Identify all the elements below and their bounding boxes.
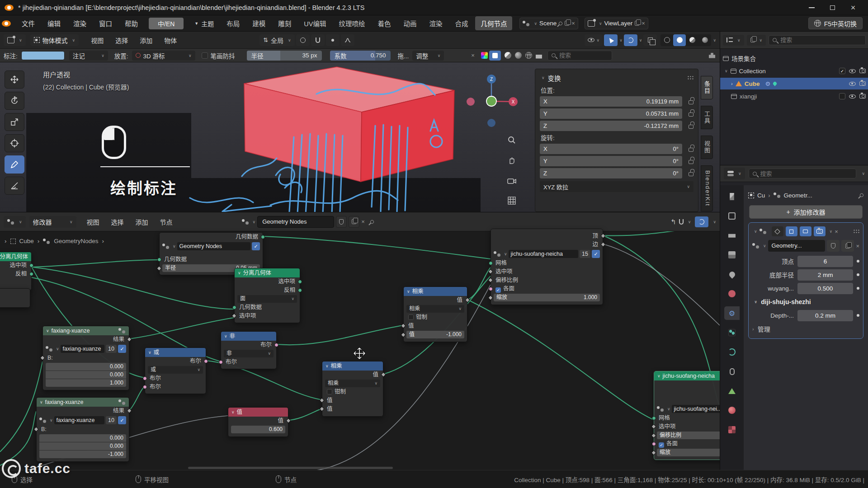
- location-y-field[interactable]: Y0.05731 mm: [540, 108, 682, 119]
- tab-texture[interactable]: [724, 423, 740, 436]
- viewport-search[interactable]: [547, 51, 612, 61]
- breadcrumb-object[interactable]: Cu: [757, 192, 765, 199]
- node-header[interactable]: ∨相乘: [322, 361, 383, 371]
- workspace-tab-uv[interactable]: UV编辑: [298, 16, 331, 30]
- chevron-down-icon[interactable]: ∨: [862, 171, 865, 176]
- chevron-down-icon[interactable]: ∨: [619, 38, 623, 42]
- node-boolean-or[interactable]: ∨或 布尔 或∨ 布尔 布尔: [145, 347, 206, 394]
- viewport-menu-select[interactable]: 选择: [109, 36, 134, 45]
- rotation-mode-dropdown[interactable]: XYZ 欧拉 ∨: [540, 181, 693, 192]
- node-menu-add[interactable]: 添加: [130, 217, 154, 226]
- overlays-toggle[interactable]: [695, 216, 708, 227]
- color-management-icon[interactable]: [481, 52, 488, 59]
- workspace-tab-geometrynodes[interactable]: 几何节点: [475, 16, 512, 30]
- outliner-row-xiangji[interactable]: xiangji: [720, 90, 868, 102]
- extras-dropdown-icon[interactable]: ∨: [830, 229, 833, 234]
- toggle-realtime[interactable]: [800, 226, 811, 236]
- operation-dropdown[interactable]: 相乘∨: [406, 305, 464, 313]
- node-math-multiply-1[interactable]: ∨相乘 值 相乘∨ 钳制 值 值: [322, 361, 383, 417]
- new-viewlayer-icon[interactable]: [635, 21, 639, 26]
- unlink-icon[interactable]: ×: [856, 243, 859, 249]
- tab-tool[interactable]: 工具: [701, 106, 713, 129]
- node-faxiang-xuanze-2[interactable]: ∨faxiang-xuanze 结果 ∨ faxiang-xuanze 10 ✓…: [36, 397, 129, 462]
- breadcrumb-modifier[interactable]: Geometr...: [784, 192, 812, 199]
- copy-tree-button[interactable]: [349, 216, 359, 228]
- tab-viewlayer[interactable]: [724, 248, 740, 262]
- pin-icon[interactable]: [369, 219, 374, 224]
- node-menu-view[interactable]: 视图: [81, 217, 105, 226]
- new-scene-icon[interactable]: [565, 21, 569, 26]
- viewport-3d[interactable]: 用户透视 (22) Collection | Cube (预览器): [0, 62, 720, 212]
- lock-open-icon[interactable]: [689, 113, 693, 117]
- menu-edit[interactable]: 编辑: [41, 15, 67, 31]
- world-icon[interactable]: [525, 52, 532, 59]
- node-group-selector[interactable]: ∨ Geometry... ×: [752, 240, 859, 252]
- drag-handle-icon[interactable]: [687, 75, 693, 80]
- viewport-menu-object[interactable]: 物体: [158, 36, 183, 45]
- vector-y-field[interactable]: 0.000: [46, 371, 126, 379]
- shading-material-button[interactable]: [686, 34, 698, 46]
- value-field[interactable]: 0.600: [231, 426, 285, 433]
- close-button[interactable]: ×: [843, 0, 863, 15]
- socket-in-mesh[interactable]: [652, 416, 656, 420]
- node-jichu-suofang-neicha-1[interactable]: 顶 边 ∨ jichu-suofang-neicha 15 ✓ 网格 选中项 偏…: [491, 229, 603, 305]
- expand-icon[interactable]: ›: [731, 81, 733, 86]
- viewport-menu-add[interactable]: 添加: [134, 36, 158, 45]
- animate-dot-icon[interactable]: [857, 273, 859, 276]
- zoom-button[interactable]: [505, 134, 518, 146]
- show-gizmo-dropdown[interactable]: ∨: [585, 34, 603, 46]
- expand-icon[interactable]: ∨: [725, 69, 728, 73]
- transform-tool-button[interactable]: [5, 134, 24, 152]
- node-math-multiply-2[interactable]: ∨相乘 值 相乘∨ 钳制 值 值-1.000: [403, 286, 467, 342]
- node-cut-left[interactable]: 分离几何体 选中项 反相: [0, 252, 32, 291]
- offset-field[interactable]: 偏移比例: [657, 432, 720, 439]
- lock-open-icon[interactable]: [689, 100, 693, 104]
- vector-x-field[interactable]: 0.000: [39, 434, 126, 442]
- node-value[interactable]: ∨值 值 0.600: [228, 407, 288, 437]
- socket-out[interactable]: [29, 272, 33, 276]
- hide-eye-icon[interactable]: [849, 69, 856, 73]
- workspace-tab-layout[interactable]: 布局: [221, 16, 245, 30]
- tab-physics[interactable]: [724, 345, 740, 359]
- breadcrumb-group[interactable]: GeometryNodes: [54, 238, 98, 244]
- orthographic-button[interactable]: [505, 194, 518, 207]
- lock-open-icon[interactable]: [689, 172, 693, 176]
- node-jichu-suofang-neicha-2[interactable]: ∨jichu-suofang-neicha ∨ jichu-suofang-ne…: [654, 371, 720, 460]
- node-group-selector[interactable]: ∨ Geometry Nodes ✓: [162, 242, 260, 250]
- menu-help[interactable]: 帮助: [118, 15, 144, 31]
- node-group-selector[interactable]: ∨ jichu-suofang-neicha 15 ✓: [494, 250, 600, 258]
- vertices-field[interactable]: 6: [797, 256, 853, 267]
- pin-icon[interactable]: [558, 21, 563, 26]
- node-faxiang-xuanze-1[interactable]: ∨faxiang-xuanze 结果 ∨ faxiang-xuanze 10 ✓…: [42, 326, 129, 390]
- breadcrumb-object[interactable]: Cube: [19, 238, 34, 244]
- toggle-on-cage[interactable]: [772, 226, 783, 236]
- node-tree-mode-dropdown[interactable]: 修改器 ∨: [29, 216, 76, 228]
- factor-slider[interactable]: 系数 0.750: [330, 51, 391, 61]
- socket-in[interactable]: [143, 376, 147, 380]
- node-separate-geometry[interactable]: ∨分离几何体 选中项 反相 面∨ 几何数据 选中项: [234, 268, 300, 323]
- node-tree-name-field[interactable]: Geometry Nodes: [257, 216, 334, 228]
- delete-modifier-icon[interactable]: ×: [835, 228, 838, 235]
- geometry-node-editor[interactable]: ∨ 修改器 ∨ 视图 选择 添加 节点 ∨ Geometry Nodes × ↰: [0, 212, 720, 470]
- node-header[interactable]: ∨非: [221, 332, 276, 341]
- node-cut-left-2[interactable]: [0, 288, 30, 308]
- node-header[interactable]: ∨或: [145, 348, 206, 357]
- node-header[interactable]: ∨jichu-suofang-neicha: [654, 371, 720, 380]
- collapse-icon[interactable]: ∨: [542, 75, 545, 80]
- toggle-edit-mode[interactable]: [786, 226, 797, 236]
- tab-item[interactable]: 条目: [701, 76, 713, 99]
- socket-in-mesh[interactable]: [489, 261, 493, 265]
- animate-dot-icon[interactable]: [857, 287, 859, 290]
- workspace-tab-compositing[interactable]: 合成: [449, 16, 473, 30]
- hide-eye-icon[interactable]: [849, 94, 856, 99]
- chevron-down-icon[interactable]: ∨: [713, 220, 716, 224]
- node-group-selector[interactable]: ∨ jichu-suofang-nei...: [657, 405, 720, 413]
- socket-out[interactable]: [204, 359, 208, 363]
- fake-user-check[interactable]: ✓: [592, 250, 600, 258]
- location-x-field[interactable]: X0.19119 mm: [540, 96, 682, 107]
- vector-y-field[interactable]: 0.000: [39, 442, 126, 450]
- brush-icon[interactable]: [536, 52, 542, 59]
- chevron-down-icon[interactable]: ∨: [688, 220, 691, 224]
- properties-search[interactable]: [749, 169, 857, 178]
- overlay-square-toggle[interactable]: [489, 51, 501, 61]
